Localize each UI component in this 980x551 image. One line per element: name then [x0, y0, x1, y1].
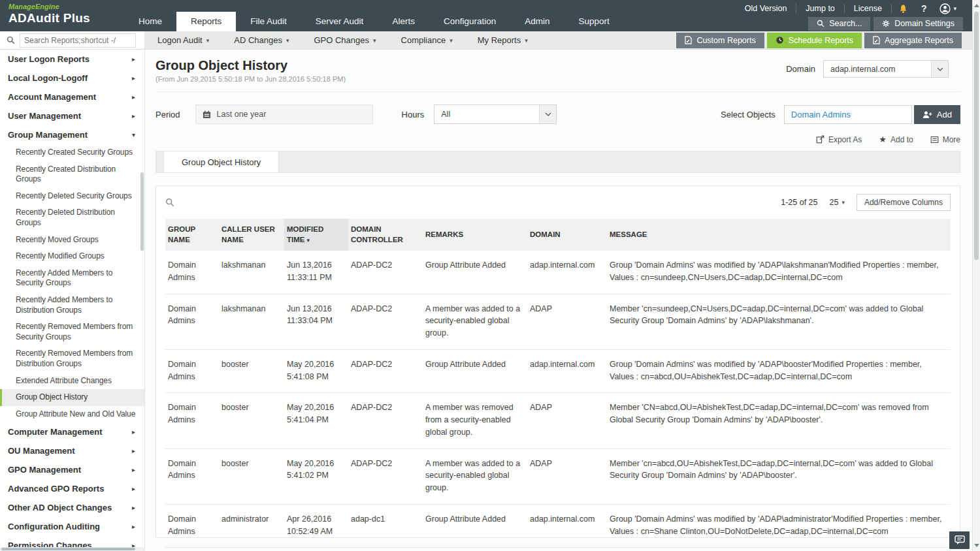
sidebar-item-local-logon-logoff[interactable]: Local Logon-Logoff▸ — [0, 69, 144, 87]
page-scrollbar-thumb[interactable] — [974, 12, 979, 260]
menu-gpo-changes[interactable]: GPO Changes▾ — [301, 35, 388, 45]
sidebar-horizontal-scrollbar[interactable] — [0, 547, 145, 551]
user-avatar-icon — [939, 3, 951, 14]
table-row: Domain Admins administrator Apr 26,2016 … — [165, 548, 951, 551]
hours-label: Hours — [402, 110, 425, 119]
domain-dropdown[interactable]: adap.internal.com — [823, 60, 949, 78]
sidebar-item-computer-management[interactable]: Computer Management▸ — [0, 422, 144, 441]
cell-modified-time: Apr 26,2016 10:52:46 AM — [284, 548, 348, 551]
custom-reports-button[interactable]: Custom Reports — [676, 33, 764, 48]
menu-my-reports[interactable]: My Reports▾ — [465, 35, 540, 45]
nav-item-home[interactable]: Home — [124, 12, 176, 31]
arrow-right-icon: ▸ — [132, 447, 135, 454]
jump-to-link[interactable]: Jump to — [796, 4, 844, 13]
select-objects-input[interactable] — [784, 105, 912, 124]
column-header-message[interactable]: MESSAGE — [607, 219, 951, 251]
add-to-favorites-link[interactable]: ★ Add to — [879, 134, 913, 144]
hours-dropdown[interactable]: All — [434, 104, 557, 124]
add-remove-columns-button[interactable]: Add/Remove Columns — [857, 194, 951, 211]
sidebar-subitem[interactable]: Recently Removed Members from Distributi… — [0, 345, 144, 372]
sidebar-subitem[interactable]: Recently Modified Groups — [0, 248, 144, 265]
global-search-button[interactable]: Search... — [808, 17, 870, 31]
sidebar-item-group-management[interactable]: Group Management▾ — [0, 125, 144, 144]
sidebar-subitem[interactable]: Recently Removed Members from Security G… — [0, 319, 144, 345]
table-search-icon[interactable] — [165, 198, 174, 207]
page-size-dropdown[interactable]: 25 ▾ — [830, 198, 845, 207]
nav-item-server-audit[interactable]: Server Audit — [301, 12, 378, 31]
sidebar-item-user-logon-reports[interactable]: User Logon Reports▸ — [0, 50, 144, 69]
arrow-right-icon: ▸ — [132, 523, 135, 530]
export-as-link[interactable]: Export As — [816, 134, 862, 144]
add-object-button[interactable]: Add — [914, 105, 960, 124]
column-header-group-name[interactable]: GROUP NAME — [165, 219, 219, 251]
domain-settings-button[interactable]: Domain Settings — [874, 17, 963, 31]
sidebar-subitem-group-object-history[interactable]: Group Object History — [0, 389, 144, 406]
sidebar-item-user-management[interactable]: User Management▸ — [0, 106, 144, 125]
brand-company: ManageEngine — [8, 3, 124, 10]
column-header-domain[interactable]: DOMAIN — [527, 219, 607, 251]
sidebar-item-configuration-auditing[interactable]: Configuration Auditing▸ — [0, 517, 144, 536]
feedback-chat-button[interactable] — [949, 531, 970, 549]
tab-group-object-history[interactable]: Group Object History — [163, 151, 279, 172]
sidebar-subitem[interactable]: Recently Created Distribution Groups — [0, 161, 144, 188]
sidebar-scrollbar-thumb[interactable] — [140, 172, 144, 251]
menu-ad-changes[interactable]: AD Changes▾ — [221, 35, 301, 45]
sidebar-item-other-ad-object-changes[interactable]: Other AD Object Changes▸ — [0, 498, 144, 517]
sidebar-subitem[interactable]: Recently Created Security Groups — [0, 144, 144, 161]
license-link[interactable]: License — [845, 4, 892, 13]
cell-domain-controller: ADAP-DC2 — [348, 251, 423, 294]
sidebar-subitem[interactable]: Recently Deleted Security Groups — [0, 188, 144, 205]
column-header-remarks[interactable]: REMARKS — [423, 219, 527, 251]
period-picker[interactable]: Last one year — [195, 104, 373, 124]
arrow-right-icon: ▸ — [132, 112, 135, 119]
sidebar-item-ou-management[interactable]: OU Management▸ — [0, 441, 144, 460]
sidebar-item-advanced-gpo-reports[interactable]: Advanced GPO Reports▸ — [0, 479, 144, 498]
cell-caller: booster — [219, 393, 284, 449]
sidebar-subitem[interactable]: Extended Attribute Changes — [0, 373, 144, 390]
nav-item-reports[interactable]: Reports — [176, 12, 236, 31]
sidebar-horizontal-scrollbar-thumb[interactable] — [1, 548, 135, 550]
page-scrollbar[interactable] — [972, 0, 980, 551]
sidebar-subitem[interactable]: Recently Moved Groups — [0, 232, 144, 249]
schedule-reports-button[interactable]: Schedule Reports — [767, 33, 862, 48]
cell-message: Group 'Domain Admins' was modified by 'A… — [607, 349, 951, 393]
nav-item-configuration[interactable]: Configuration — [429, 12, 510, 31]
report-search-input[interactable] — [20, 33, 136, 48]
report-tools-row: Export As ★ Add to More — [155, 134, 960, 144]
old-version-link[interactable]: Old Version — [736, 4, 797, 13]
more-options-link[interactable]: More — [930, 134, 960, 144]
sidebar-subitem[interactable]: Recently Added Members to Distribution G… — [0, 292, 144, 319]
cell-remarks: A member was removed from a security-ena… — [423, 393, 527, 449]
cell-remarks: Group Attribute Added — [423, 349, 527, 393]
arrow-right-icon: ▸ — [132, 504, 135, 511]
sidebar-subitem[interactable]: Group Attribute New and Old Value — [0, 406, 144, 423]
cell-caller: lakshmanan — [219, 294, 284, 349]
column-header-domain-controller[interactable]: DOMAIN CONTROLLER — [348, 219, 423, 251]
column-header-caller-user-name[interactable]: CALLER USER NAME — [219, 219, 284, 251]
nav-item-support[interactable]: Support — [564, 12, 623, 31]
page-body: User Logon Reports▸ Local Logon-Logoff▸ … — [0, 50, 980, 551]
notifications-bell-icon[interactable] — [892, 4, 915, 14]
help-icon[interactable]: ? — [915, 3, 934, 14]
cell-modified-time: Jun 13,2016 11:33:04 PM — [284, 294, 348, 349]
sidebar-subitem[interactable]: Recently Deleted Distribution Groups — [0, 204, 144, 231]
scroll-down-arrow-icon[interactable] — [974, 544, 979, 547]
sidebar-item-gpo-management[interactable]: GPO Management▸ — [0, 460, 144, 479]
nav-item-file-audit[interactable]: File Audit — [236, 12, 301, 31]
user-account-menu[interactable]: ▾ — [933, 3, 963, 14]
column-header-modified-time[interactable]: MODIFIED TIME▾ — [284, 219, 348, 251]
cell-modified-time: Apr 26,2016 10:52:49 AM — [284, 504, 348, 548]
menu-logon-audit[interactable]: Logon Audit▾ — [145, 35, 221, 45]
table-row: Domain Admins booster May 20,2016 5:41:0… — [165, 449, 951, 504]
nav-item-admin[interactable]: Admin — [510, 12, 564, 31]
nav-item-alerts[interactable]: Alerts — [378, 12, 429, 31]
cell-modified-time: May 20,2016 5:41:08 PM — [284, 349, 348, 393]
menu-compliance[interactable]: Compliance▾ — [389, 35, 465, 45]
scroll-up-arrow-icon[interactable] — [974, 4, 979, 7]
aggregate-reports-button[interactable]: Aggregate Reports — [864, 33, 962, 48]
reports-sidebar: User Logon Reports▸ Local Logon-Logoff▸ … — [0, 50, 145, 551]
sidebar-item-account-management[interactable]: Account Management▸ — [0, 87, 144, 106]
divider — [155, 91, 960, 92]
sidebar-subitem[interactable]: Recently Added Members to Security Group… — [0, 265, 144, 292]
search-icon — [7, 36, 15, 44]
